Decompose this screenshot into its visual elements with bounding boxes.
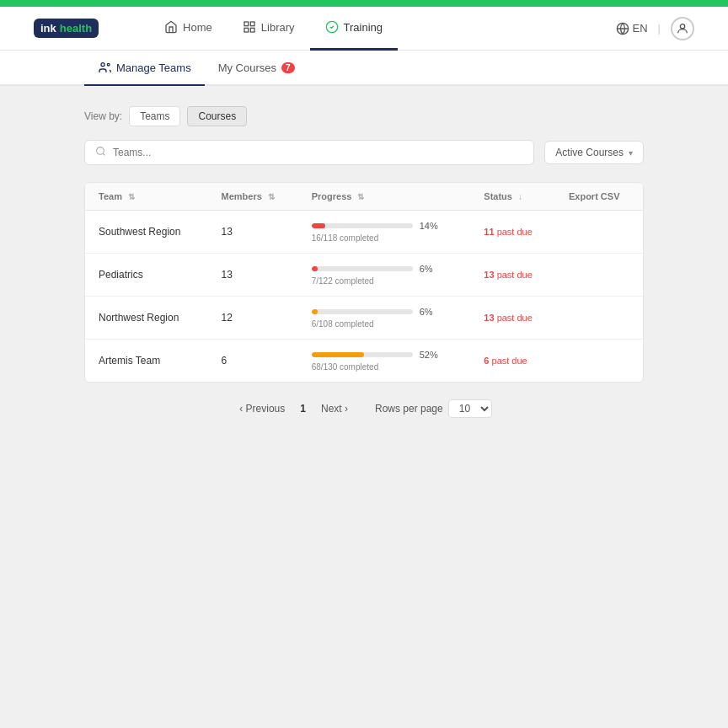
cell-export-0 xyxy=(555,211,643,254)
rows-per-page-label: Rows per page xyxy=(375,403,443,415)
user-icon xyxy=(676,22,689,35)
export-csv-button[interactable]: Export CSV xyxy=(555,183,643,211)
cell-progress-1: 6% 7/122 completed xyxy=(298,254,471,297)
cell-team-2: Northwest Region xyxy=(85,297,207,340)
cell-export-1 xyxy=(555,254,643,297)
table-row: Pediatrics 13 6% 7/122 completed 13 past… xyxy=(85,254,643,297)
nav-training[interactable]: Training xyxy=(310,7,398,51)
cell-status-2: 13 past due xyxy=(470,297,555,340)
cell-team-0: Southwest Region xyxy=(85,211,207,254)
filter-label: Active Courses xyxy=(555,147,624,158)
cell-status-1: 13 past due xyxy=(470,254,555,297)
table-row: Northwest Region 12 6% 6/108 completed 1… xyxy=(85,297,643,340)
tabs-row: Manage Teams My Courses 7 xyxy=(0,51,728,86)
nav-right: EN | xyxy=(616,17,694,40)
nav-items: Home Library Training xyxy=(149,7,615,51)
col-header-team[interactable]: Team ⇅ xyxy=(85,183,207,211)
svg-rect-2 xyxy=(244,28,249,32)
logo-ink: ink xyxy=(40,22,56,35)
nav-library[interactable]: Library xyxy=(228,7,310,51)
search-input[interactable] xyxy=(113,147,523,158)
cell-team-3: Artemis Team xyxy=(85,340,207,383)
logo-health: health xyxy=(60,22,92,35)
pagination-previous[interactable]: ‹ Previous xyxy=(236,401,288,416)
svg-rect-1 xyxy=(250,22,254,26)
library-icon xyxy=(243,20,256,34)
logo[interactable]: ink health xyxy=(34,19,99,38)
pagination-current: 1 xyxy=(295,401,311,416)
main-content: View by: Teams Courses Active Courses ▾ xyxy=(0,86,728,438)
cell-status-0: 11 past due xyxy=(470,211,555,254)
view-courses-button[interactable]: Courses xyxy=(187,106,247,126)
navbar: ink health Home Library Training EN | xyxy=(0,7,728,51)
view-teams-button[interactable]: Teams xyxy=(129,106,180,126)
view-by-label: View by: xyxy=(84,110,122,122)
pagination-row: ‹ Previous 1 Next › Rows per page 10 25 … xyxy=(84,399,644,418)
search-icon xyxy=(95,146,106,159)
tab-manage-teams[interactable]: Manage Teams xyxy=(84,51,205,86)
cell-progress-2: 6% 6/108 completed xyxy=(298,297,471,340)
training-icon xyxy=(325,20,339,34)
teams-table: Team ⇅ Members ⇅ Progress ⇅ Status xyxy=(85,183,643,382)
globe-icon xyxy=(616,22,629,35)
svg-rect-3 xyxy=(250,28,254,32)
sort-icon-members: ⇅ xyxy=(268,192,275,201)
nav-home[interactable]: Home xyxy=(149,7,228,51)
tab-my-courses[interactable]: My Courses 7 xyxy=(205,51,308,86)
cell-members-2: 12 xyxy=(207,297,297,340)
table-row: Artemis Team 6 52% 68/130 completed 6 pa… xyxy=(85,340,643,383)
svg-point-7 xyxy=(101,63,104,67)
table-container: Team ⇅ Members ⇅ Progress ⇅ Status xyxy=(84,182,644,383)
search-filter-row: Active Courses ▾ xyxy=(84,140,644,165)
svg-point-9 xyxy=(97,147,104,155)
rows-per-page-select[interactable]: 10 25 50 xyxy=(448,399,492,418)
cell-status-3: 6 past due xyxy=(470,340,555,383)
cell-members-3: 6 xyxy=(207,340,297,383)
my-courses-badge: 7 xyxy=(281,62,295,73)
col-header-progress[interactable]: Progress ⇅ xyxy=(298,183,471,211)
cell-progress-3: 52% 68/130 completed xyxy=(298,340,471,383)
nav-user-icon[interactable] xyxy=(671,17,694,40)
col-header-status[interactable]: Status ↓ xyxy=(470,183,555,211)
search-box xyxy=(84,140,534,165)
nav-divider: | xyxy=(658,22,661,35)
svg-point-6 xyxy=(680,24,684,28)
cell-progress-0: 14% 16/118 completed xyxy=(298,211,471,254)
table-row: Southwest Region 13 14% 16/118 completed… xyxy=(85,211,643,254)
col-header-members[interactable]: Members ⇅ xyxy=(207,183,297,211)
cell-export-3 xyxy=(555,340,643,383)
sort-icon-team: ⇅ xyxy=(128,192,135,201)
cell-team-1: Pediatrics xyxy=(85,254,207,297)
home-icon xyxy=(164,20,178,34)
svg-point-8 xyxy=(107,63,110,66)
sort-icon-status: ↓ xyxy=(518,192,522,201)
cell-members-0: 13 xyxy=(207,211,297,254)
cell-export-2 xyxy=(555,297,643,340)
cell-members-1: 13 xyxy=(207,254,297,297)
svg-rect-0 xyxy=(244,22,249,26)
view-by-row: View by: Teams Courses xyxy=(84,106,644,126)
rows-per-page-control: Rows per page 10 25 50 xyxy=(375,399,492,418)
sort-icon-progress: ⇅ xyxy=(357,192,364,201)
nav-language[interactable]: EN xyxy=(616,22,648,35)
chevron-down-icon: ▾ xyxy=(629,148,633,158)
pagination-next[interactable]: Next › xyxy=(318,401,351,416)
teams-icon xyxy=(98,61,111,74)
filter-dropdown[interactable]: Active Courses ▾ xyxy=(544,141,644,164)
